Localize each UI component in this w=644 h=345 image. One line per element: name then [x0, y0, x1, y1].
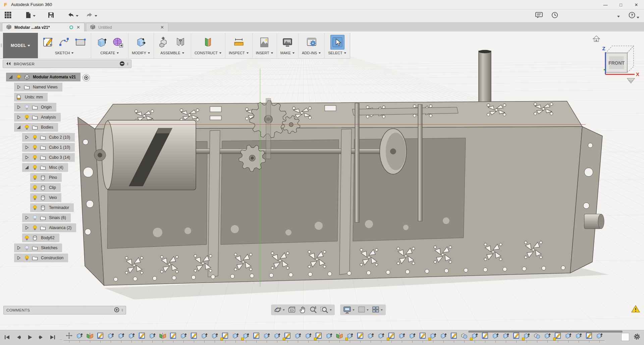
ribbon-group-label[interactable]: MODIFY [132, 51, 150, 55]
tab-modular-automata[interactable]: Modular ...ata v21* ✕ [2, 23, 85, 31]
comments-bubble-icon[interactable] [535, 12, 543, 20]
timeline-feature-sketch[interactable] [168, 332, 178, 343]
timeline-feature-extrude[interactable] [240, 332, 251, 343]
visibility-bulb-icon[interactable] [23, 255, 30, 261]
scripts-addins-icon[interactable] [305, 35, 319, 50]
visibility-bulb-icon[interactable] [32, 164, 38, 171]
timeline-feature-extrude[interactable] [365, 332, 376, 343]
playback-go-to-start-icon[interactable] [3, 333, 11, 342]
joint-icon[interactable] [173, 35, 187, 50]
tab-untitled[interactable]: Untitled ✕ [86, 23, 168, 31]
home-icon[interactable] [593, 36, 600, 42]
timeline-feature-sketch[interactable] [95, 332, 105, 343]
expand-caret-icon[interactable] [23, 154, 30, 161]
visibility-bulb-icon[interactable] [23, 124, 30, 131]
comments-bar[interactable]: COMMENTS ‖ [3, 306, 126, 315]
timeline-feature-mirror[interactable] [157, 332, 168, 343]
timeline-feature-extrude[interactable] [209, 332, 220, 343]
timeline-feature-mirror[interactable] [334, 332, 344, 343]
notifications-dropdown-icon[interactable] [616, 13, 620, 19]
ribbon-group-label[interactable]: SKETCH [55, 51, 74, 55]
timeline-feature-extrude[interactable] [74, 332, 85, 343]
expand-caret-icon[interactable] [15, 124, 22, 131]
visibility-bulb-icon[interactable] [32, 214, 38, 221]
browser-tree-item[interactable]: Construction [14, 254, 68, 262]
timeline-feature-sketch[interactable] [137, 332, 147, 343]
playback-step-back-icon[interactable] [14, 333, 23, 342]
visibility-bulb-icon[interactable] [23, 234, 30, 241]
browser-tree-item[interactable]: Body62 [22, 233, 59, 242]
close-tab-icon[interactable]: ✕ [160, 25, 165, 30]
timeline-feature-extrude[interactable] [147, 332, 157, 343]
workspace-selector[interactable]: MODEL [3, 33, 38, 58]
browser-tree-item[interactable]: Units: mm [14, 93, 48, 101]
visibility-bulb-icon[interactable] [32, 174, 38, 181]
timeline-feature-extrude[interactable] [292, 332, 303, 343]
insert-canvas-icon[interactable] [258, 35, 272, 50]
construct-plane-icon[interactable] [201, 35, 215, 50]
timeline-feature-extrude[interactable] [116, 332, 126, 343]
timeline-feature-combine[interactable] [459, 332, 469, 343]
timeline-feature-extrude[interactable] [563, 332, 573, 343]
timeline-feature-extrude[interactable] [126, 332, 137, 343]
browser-tree-item[interactable]: Named Views [14, 83, 62, 91]
timeline-feature-extrude[interactable] [230, 332, 240, 343]
viewcube-menu-icon[interactable] [627, 78, 635, 83]
timeline-feature-extrude[interactable] [469, 332, 480, 343]
timeline-feature-extrude[interactable] [407, 332, 417, 343]
select-cursor-icon[interactable] [330, 35, 344, 50]
visibility-bulb-icon[interactable] [32, 144, 38, 151]
visibility-bulb-icon[interactable] [32, 134, 38, 141]
ribbon-group-label[interactable]: CREATE [100, 51, 119, 55]
ribbon-grip[interactable]: ‖ [0, 33, 3, 58]
timeline-feature-sketch[interactable] [386, 332, 396, 343]
pan-icon[interactable] [298, 305, 307, 315]
browser-tree-item[interactable]: Alavanca (2) [22, 223, 76, 232]
measure-icon[interactable] [232, 35, 246, 50]
browser-tree-item[interactable]: Cubo 3 (14) [22, 153, 75, 162]
timeline-feature-extrude[interactable] [490, 332, 500, 343]
ribbon-group-label[interactable]: CONSTRUCT [195, 51, 222, 55]
expand-caret-icon[interactable] [15, 255, 22, 261]
timeline-feature-sketch[interactable] [448, 332, 459, 343]
timeline-feature-extrude[interactable] [573, 332, 584, 343]
visibility-bulb-icon[interactable] [23, 245, 30, 251]
visibility-bulb-icon[interactable] [32, 154, 38, 161]
new-component-icon[interactable] [157, 35, 171, 50]
display-settings-icon[interactable] [342, 305, 356, 315]
ribbon-group-label[interactable]: INSPECT [229, 51, 249, 55]
rectangle-icon[interactable] [73, 35, 88, 50]
timeline-feature-sketch[interactable] [313, 332, 324, 343]
timeline-feature-mirror[interactable] [85, 332, 95, 343]
browser-tree-item[interactable]: Cubo 2 (10) [22, 133, 75, 142]
timeline-feature-sketch[interactable] [511, 332, 521, 343]
timeline-feature-extrude[interactable] [438, 332, 448, 343]
timeline-feature-extrude[interactable] [428, 332, 438, 343]
orbit-icon[interactable] [273, 305, 286, 315]
visibility-bulb-icon[interactable] [15, 74, 22, 80]
browser-tree-item[interactable]: Pino [30, 173, 62, 182]
timeline-feature-sketch[interactable] [251, 332, 261, 343]
make-3dprint-icon[interactable] [280, 35, 294, 50]
browser-tree-item[interactable]: Sketches [14, 244, 62, 252]
visibility-bulb-icon[interactable] [23, 114, 30, 121]
file-menu-button[interactable] [23, 11, 37, 21]
visibility-bulb-icon[interactable] [32, 204, 38, 211]
timeline-feature-sketch[interactable] [417, 332, 428, 343]
timeline-feature-sketch[interactable] [189, 332, 199, 343]
warning-icon[interactable] [631, 305, 640, 314]
collapse-panel-icon[interactable] [6, 62, 11, 66]
spline-icon[interactable] [57, 35, 71, 50]
activate-component-icon[interactable] [83, 74, 90, 81]
timeline-feature-sketch[interactable] [355, 332, 365, 343]
timeline-feature-move[interactable] [64, 332, 74, 343]
browser-tree-item[interactable]: Cubo 1 (10) [22, 143, 75, 152]
playback-play-icon[interactable] [25, 333, 34, 342]
browser-tree-item[interactable]: Bodies [14, 123, 58, 132]
timeline-feature-extrude[interactable] [521, 332, 532, 343]
playback-step-forward-icon[interactable] [37, 333, 46, 342]
browser-tree-item[interactable]: Modular Automata v21 [6, 73, 80, 81]
timeline-feature-extrude[interactable] [105, 332, 116, 343]
ribbon-group-label[interactable]: INSERT [256, 51, 273, 55]
timeline-feature-sketch[interactable] [220, 332, 230, 343]
